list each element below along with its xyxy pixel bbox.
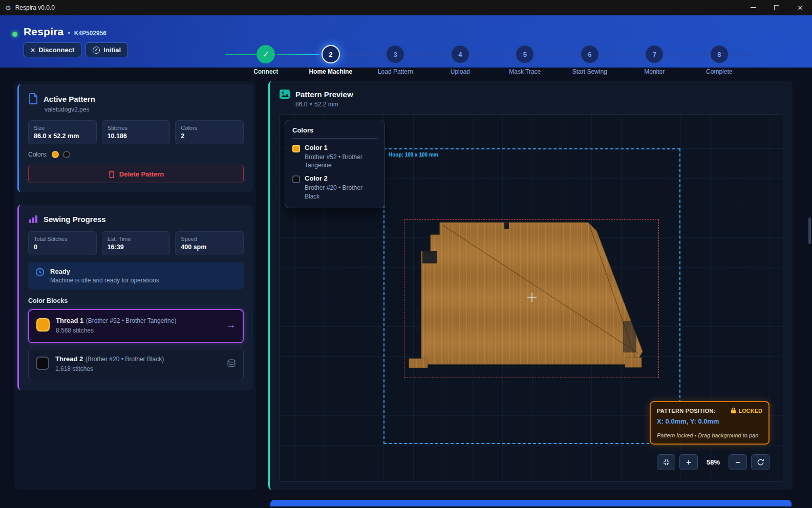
refresh-icon	[757, 458, 764, 466]
app-name: Respira	[24, 26, 63, 38]
thread2-detail: (Brother #20 • Brother Black)	[86, 356, 164, 363]
stat-colors: Colors 2	[175, 120, 244, 144]
titlebar: ⚙ Respira v0.0.0 ✕	[0, 0, 812, 15]
thread-block-1[interactable]: Thread 1 (Brother #52 • Brother Tangerin…	[28, 309, 244, 343]
app-icon: ⚙	[5, 4, 11, 12]
pattern-position-label: PATTERN POSITION:	[657, 408, 716, 414]
initial-button[interactable]: ✓ Initial	[86, 42, 128, 57]
close-icon: ✕	[798, 4, 803, 12]
delete-pattern-button[interactable]: Delete Pattern	[28, 165, 244, 183]
thread-block-2[interactable]: Thread 2 (Brother #20 • Brother Black) 1…	[28, 348, 244, 381]
minus-icon: −	[735, 458, 740, 467]
colors-legend: Colors Color 1 Brother #52 • Brother Tan…	[285, 120, 385, 208]
check-circle-icon: ✓	[93, 47, 100, 54]
pattern-preview-title: Pattern Preview	[295, 90, 353, 99]
clock-icon	[35, 268, 45, 277]
legend-title: Colors	[292, 126, 377, 134]
delete-pattern-label: Delete Pattern	[119, 170, 164, 178]
pattern-filename: valetudogv2.pes	[45, 106, 244, 113]
connection-status-dot	[12, 32, 17, 37]
maximize-button[interactable]	[765, 0, 788, 15]
arrow-right-icon: →	[226, 320, 236, 330]
color-blocks-label: Color Blocks	[28, 297, 244, 304]
preview-canvas[interactable]: Colors Color 1 Brother #52 • Brother Tan…	[279, 114, 783, 482]
step-upload[interactable]: 4 Upload	[428, 45, 493, 75]
active-pattern-card: Active Pattern valetudogv2.pes Size 86.0…	[17, 84, 253, 192]
reset-view-button[interactable]	[751, 454, 770, 470]
pattern-preview-card: Pattern Preview 86.0 × 52.2 mm Colors Co…	[268, 81, 793, 490]
step-start-sewing[interactable]: 6 Start Sewing	[558, 45, 623, 75]
legend-swatch-1	[292, 145, 300, 152]
layers-stack-icon	[227, 359, 236, 367]
machine-status-banner: Ready Machine is idle and ready for oper…	[28, 262, 244, 290]
trash-icon	[108, 170, 115, 178]
status-title: Ready	[50, 268, 159, 275]
step-complete[interactable]: 8 Complete	[687, 45, 752, 75]
bullet-separator: •	[68, 30, 70, 37]
step-label: Start Sewing	[572, 68, 607, 75]
step-check-icon: ✓	[257, 45, 275, 63]
step-monitor[interactable]: 7 Monitor	[622, 45, 687, 75]
plus-icon: +	[686, 458, 691, 467]
step-label: Monitor	[644, 68, 665, 75]
bottom-accent-bar	[270, 500, 792, 506]
status-description: Machine is idle and ready for operations	[50, 277, 159, 284]
step-number: 4	[451, 45, 469, 63]
step-label: Connect	[253, 68, 278, 75]
bar-chart-icon	[28, 214, 38, 224]
fit-view-icon	[663, 458, 670, 466]
close-button[interactable]: ✕	[788, 0, 812, 15]
initial-label: Initial	[103, 46, 121, 54]
sewing-progress-title: Sewing Progress	[44, 215, 106, 224]
zoom-level: 58%	[702, 458, 724, 466]
step-label: Upload	[451, 68, 470, 75]
step-load-pattern[interactable]: 3 Load Pattern	[363, 45, 428, 75]
step-label: Complete	[706, 68, 732, 75]
fit-view-button[interactable]	[657, 454, 675, 470]
pattern-coordinates: X: 0.0mm, Y: 0.0mm	[657, 417, 762, 425]
thread1-name: Thread 1	[56, 317, 83, 324]
step-number: 3	[386, 45, 404, 63]
disconnect-button[interactable]: × Disconnect	[24, 42, 81, 57]
step-number: 8	[710, 45, 729, 63]
left-panel: Active Pattern valetudogv2.pes Size 86.0…	[14, 81, 256, 490]
color-dot-orange	[52, 151, 59, 158]
scrollbar-thumb[interactable]	[808, 217, 811, 244]
stat-stitches: Stitches 10.186	[102, 120, 170, 144]
step-number: 5	[516, 45, 534, 63]
maximize-icon	[774, 5, 779, 10]
pattern-position-overlay: PATTERN POSITION: LOCKED X: 0.0mm, Y: 0.…	[650, 401, 770, 445]
locked-badge: LOCKED	[739, 408, 762, 414]
image-icon	[279, 89, 290, 99]
step-connect[interactable]: ✓ Connect	[233, 45, 298, 75]
preview-dimensions: 86.0 × 52.2 mm	[295, 101, 783, 108]
stat-speed: Speed 400 spm	[175, 231, 244, 255]
zoom-out-button[interactable]: −	[729, 454, 747, 470]
legend-item-color2: Color 2 Brother #20 • Brother Black	[292, 174, 377, 200]
thread1-detail: (Brother #52 • Brother Tangerine)	[86, 317, 177, 324]
legend-divider	[292, 138, 377, 139]
main-content: Active Pattern valetudogv2.pes Size 86.0…	[0, 68, 812, 508]
pattern-lock-hint: Pattern locked • Drag background to pan	[657, 429, 762, 438]
step-label: Home Machine	[309, 68, 352, 75]
zoom-controls: + 58% −	[657, 454, 770, 470]
step-mask-trace[interactable]: 5 Mask Trace	[493, 45, 558, 75]
stat-size: Size 86.0 x 52.2 mm	[28, 120, 97, 144]
hoop-label: Hoop: 100 x 100 mm	[389, 152, 438, 158]
legend-item-color1: Color 1 Brother #52 • Brother Tangerine	[292, 144, 377, 169]
sewing-progress-card: Sewing Progress Total Stitches 0 Est. Ti…	[17, 205, 253, 390]
step-number: 7	[645, 45, 664, 63]
active-pattern-title: Active Pattern	[44, 95, 95, 103]
app-header: Respira • K4P502956 × Disconnect ✓ Initi…	[0, 15, 812, 68]
thread1-stitches: 8.568 stitches	[56, 327, 220, 334]
disconnect-x-icon: ×	[31, 47, 35, 54]
step-home-machine[interactable]: 2 Home Machine	[298, 45, 364, 75]
step-label: Mask Trace	[509, 68, 541, 75]
window-controls: ✕	[741, 0, 812, 15]
thread2-stitches: 1.618 stitches	[55, 365, 221, 372]
zoom-in-button[interactable]: +	[679, 454, 698, 470]
canvas-center-crosshair	[527, 293, 537, 302]
minimize-button[interactable]	[741, 0, 765, 15]
window-title: Respira v0.0.0	[15, 4, 55, 11]
thread2-swatch	[36, 357, 49, 370]
